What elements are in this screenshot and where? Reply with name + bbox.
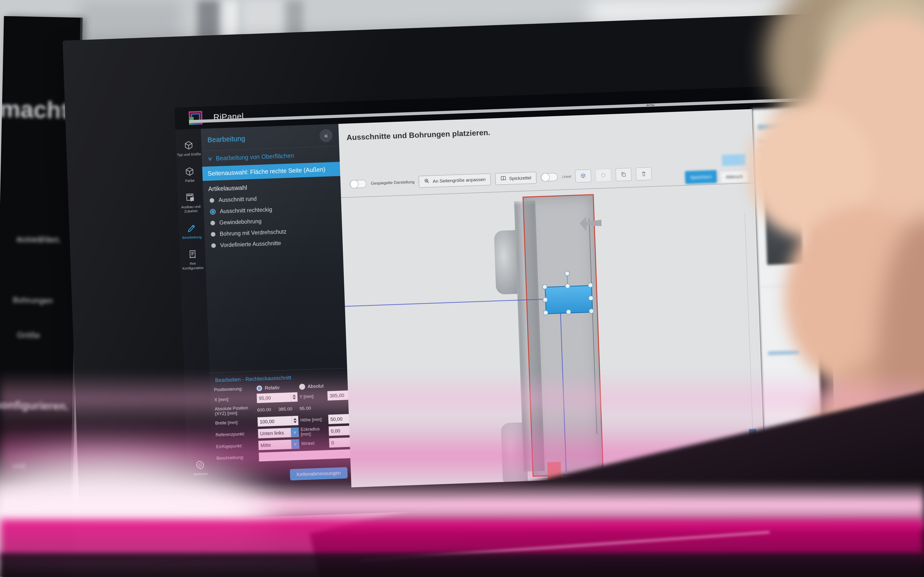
radio-icon [211,243,216,248]
y-label: Y [mm]: [299,393,326,399]
save-button[interactable]: Speichern [685,170,717,184]
zoom-fit-icon [424,178,430,185]
x-label: X [mm]: [215,396,255,403]
chevron-down-icon: ∨ [207,157,213,160]
canvas-toolbar: Gespiegelte Darstellung An Seitengröße a… [349,167,652,191]
guide-line-horizontal [345,299,546,307]
absolute-z-value: 95.00 [299,406,311,411]
radio-label: Relativ [265,385,279,391]
sidebar-item-ausbau-und-zubehoer[interactable]: Ausbau und Zubehör [176,187,205,219]
radio-relativ[interactable]: Relativ [256,384,297,392]
reference-point-value: Unten links [258,428,291,438]
blurred-footer-item [768,350,799,355]
radio-icon [210,221,215,226]
absolute-x-value: 600.00 [257,407,271,413]
blurred-text: Größe [17,330,40,340]
bearbeitung-panel: Bearbeitung « ∨ Bearbeitung von Oberfläc… [201,124,352,492]
insert-point-value: Mitte [258,440,291,450]
width-stepper[interactable] [292,416,298,425]
angle-label: Winkel: [301,441,327,446]
insert-point-select[interactable]: Mitte ˅ [258,439,299,450]
height-label: Höhe [mm]: [300,417,326,423]
reference-point-label: Referenzpunkt: [216,431,256,438]
blurred-text: konfigurieren. [0,398,69,413]
article-option-label: Ausschnitt rechteckig [220,206,272,215]
book-icon [500,175,506,182]
x-input[interactable]: 95,00 [257,392,298,403]
sidebar-item-farbe[interactable]: Farbe [175,161,204,188]
panel-title: Bearbeitung [207,135,245,144]
dropdown-arrow-icon[interactable]: ˅ [291,440,299,449]
width-value[interactable]: 100,00 [258,416,292,427]
cheat-sheet-button[interactable]: Spickzettel [495,172,537,185]
positioning-label: Positionierung: [214,386,255,392]
ripanel-app: RITTAL RiPanel Typ und Größe [174,85,823,493]
rittal-logo: RITTAL [188,110,203,125]
mirrored-view-label: Gespiegelte Darstellung [371,180,415,186]
radio-icon [210,198,215,203]
placement-canvas[interactable]: Ausschnitte und Bohrungen platzieren. Ge… [338,109,765,488]
sidebar-item-label: Typ und Größe [177,152,201,157]
ruler-toggle[interactable] [541,173,558,182]
width-input[interactable]: 100,00 [257,416,299,427]
corner-radius-label: Eckradius [mm]: [300,427,327,437]
sidebar-item-label: Farbe [185,178,195,182]
selected-panel-face[interactable] [522,194,604,477]
scene: emacht auswählen. Bohrungen Größe konfig… [0,0,924,577]
cheat-sheet-label: Spickzettel [509,175,531,181]
x-value[interactable]: 95,00 [257,393,291,403]
chain-dimensions-button[interactable]: Kettenabmessungen [290,467,348,480]
mirrored-view-toggle[interactable] [350,180,367,188]
rect-cutout-edit-form: Bearbeiten - Rechteckausschnitt Position… [210,368,351,468]
blurred-text: auswählen. [16,234,61,245]
circle-tool-button[interactable] [595,169,612,182]
section-label: Bearbeitung von Oberflächen [216,152,294,162]
delete-button[interactable] [636,167,652,181]
article-option-label: Vordefinierte Ausschnitte [220,240,281,248]
article-option-label: Gewindebohrung [219,218,262,226]
x-stepper[interactable] [291,392,297,402]
insert-point-label: Einfügepunkt: [216,443,257,449]
reference-point-select[interactable]: Unten links ˅ [258,427,299,438]
radio-icon [299,384,305,390]
fit-to-page-label: An Seitengröße anpassen [433,177,486,184]
copy-button[interactable] [615,168,632,181]
width-label: Breite [mm]: [215,419,256,426]
ruler-toggle-label: Lineal [562,174,571,179]
sidebar-item-label: Ausbau und Zubehör [181,204,201,213]
dropdown-arrow-icon[interactable]: ˅ [291,428,299,437]
fit-to-page-button[interactable]: An Seitengröße anpassen [419,173,491,188]
radio-icon [211,232,216,237]
article-option-label: Bohrung mit Verdrehschutz [220,228,287,237]
blurred-text: emacht [0,95,69,124]
paste-part-button[interactable] [575,169,591,183]
radio-selected-icon [256,385,263,392]
collapse-panel-button[interactable]: « [319,129,333,142]
sidebar-item-typ-und-groesse[interactable]: Typ und Größe [175,135,203,162]
radio-selected-icon [210,209,216,215]
sidebar-item-label: Bearbeitung [182,235,202,240]
cancel-button[interactable]: Abbruch [720,170,749,183]
article-option-label: Ausschnitt rund [218,196,257,204]
description-label: Beschreibung: [216,455,257,461]
app-title: RiPanel [213,111,244,122]
sidebar-item-ihre-konfiguration[interactable]: Ihre Konfiguration [179,244,207,276]
blurred-text: Bohrungen [13,295,53,305]
canvas-heading: Ausschnitte und Bohrungen platzieren. [347,128,490,142]
absolute-position-label: Absolute Position (XYZ) [mm]: [215,406,255,417]
radio-label: Absolut [307,384,324,390]
sidebar-item-label: Ihre Konfiguration [183,261,204,270]
edit-form-title: Bearbeiten - Rechteckausschnitt [215,373,342,384]
secondary-action-button[interactable] [722,154,746,166]
sidebar-item-bearbeitung[interactable]: Bearbeitung [178,218,206,245]
absolute-y-value: 385.00 [278,406,292,412]
